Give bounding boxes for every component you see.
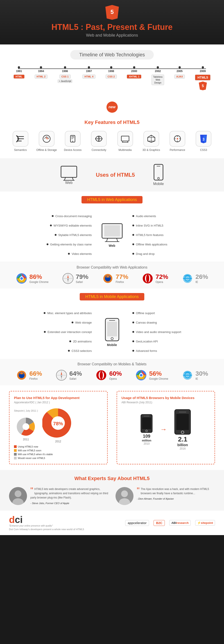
- main-subtitle: Web and Mobile Applications: [0, 33, 224, 38]
- svg-point-90: [15, 490, 21, 497]
- list-item: Cross-document messaging: [9, 214, 92, 218]
- stat-2016-unit: billion: [177, 443, 188, 447]
- browser-list-mobile: 66% Firefox 64% Safari: [9, 370, 215, 381]
- uses-title: Uses of HTML5: [96, 172, 135, 178]
- performance-icon: [170, 131, 185, 147]
- footer-partners: appcelerator B2C ABIresearch ⚡sitepoint: [125, 520, 215, 526]
- feature-css3: 3 CSS3: [192, 131, 215, 152]
- connectivity-icon: [91, 131, 107, 147]
- phone-2010-icon: [140, 414, 153, 434]
- opera-name: Opera: [156, 280, 168, 284]
- firefox-percent: 77%: [116, 273, 128, 280]
- svg-rect-39: [104, 225, 120, 236]
- experts-section: What Experts Say About HTML5 " HTML5 let…: [0, 470, 224, 510]
- chrome-mobile-percent: 56%: [149, 370, 168, 377]
- uses-content: Web Uses of HTML5 Mobile: [9, 164, 215, 186]
- list-item: Audio elements: [132, 214, 215, 218]
- svg-point-78: [23, 423, 29, 430]
- svg-line-30: [72, 178, 73, 180]
- stats-phones: 109 million 2010 → 2.1 billion 2016: [122, 408, 210, 450]
- stat-2010-year: 2010: [144, 442, 150, 445]
- partner-abi-research: ABIresearch: [169, 520, 191, 526]
- svg-rect-60: [107, 322, 117, 336]
- svg-rect-32: [154, 164, 163, 180]
- pie-area: Sitepoint ( July 2011 ) 2011: [14, 407, 103, 443]
- web-label: Web: [65, 181, 73, 185]
- safari-icon: [62, 273, 74, 284]
- legend-dot-3: [14, 453, 17, 456]
- small-pie-chart: [16, 416, 36, 437]
- list-item: Getting elements by class name: [9, 243, 92, 246]
- mobile-apps-left-features: Misc. element types and attributes Web s…: [9, 310, 92, 354]
- svg-line-36: [106, 238, 107, 242]
- safari-mobile-name: Safari: [69, 377, 82, 380]
- browser-mobile-firefox: 66% Firefox: [16, 370, 42, 381]
- web-apps-section: HTML5 in Web Applications Cross-document…: [0, 192, 224, 262]
- device-access-label: Device Access: [64, 148, 81, 152]
- partner-appcelerator: appcelerator: [125, 520, 149, 526]
- css3-label: CSS3: [200, 148, 207, 152]
- plan-chart-title: Plan to Use HTML5 for App Development: [14, 396, 103, 400]
- opera-percent: 72%: [156, 273, 168, 280]
- svg-line-37: [117, 238, 118, 242]
- timeline-dot: [133, 66, 135, 68]
- chrome-mobile-name: Google Chrome: [149, 377, 168, 380]
- plan-chart-source-left: Sitepoint ( July 2011 ): [14, 409, 38, 412]
- multimedia-label: Multimedia: [119, 148, 132, 152]
- svg-text:5: 5: [110, 8, 114, 15]
- timeline-dot: [179, 66, 181, 68]
- key-features-heading: Key Features of HTML5: [9, 120, 215, 125]
- feature-dot: [44, 312, 45, 314]
- ie-mobile-percent: 30%: [195, 370, 208, 377]
- mobile-apps-heading: HTML5 in Mobile Applications: [80, 293, 144, 300]
- list-item: Video elements: [9, 252, 92, 256]
- feature-dot: [50, 224, 52, 226]
- expert-row: " HTML5 lets web developers create advan…: [9, 487, 215, 505]
- feature-dot: [132, 331, 134, 333]
- feature-dot: [132, 312, 134, 314]
- browser-mobile-opera: 60% Opera: [96, 370, 122, 381]
- mobile-apps-right-features: Offline support Canvas drawing Video and…: [132, 310, 215, 354]
- svg-text:78%: 78%: [53, 421, 63, 426]
- html5-small-icon: 5: [198, 81, 207, 90]
- ie-mobile-name: IE: [195, 377, 208, 380]
- new-badge: new: [106, 102, 118, 113]
- feature-dot: [132, 234, 134, 236]
- connectivity-label: Connectivity: [92, 148, 106, 152]
- timeline-item-1997: 1997 HTML 4: [82, 66, 95, 78]
- plan-chart: Plan to Use HTML5 for App Development Ap…: [9, 391, 107, 464]
- list-item: CSS3 selectors: [9, 349, 92, 352]
- feature-semantics: Semantics: [9, 131, 32, 152]
- mobile-center-phone-icon: [104, 317, 120, 342]
- feature-dot: [132, 253, 134, 255]
- 3d-graphics-label: 3D & Graphics: [143, 148, 160, 152]
- svg-point-10: [72, 141, 73, 142]
- feature-dot: [44, 331, 46, 333]
- 3d-graphics-icon: [143, 131, 159, 147]
- timeline-item-1994: 1994 HTML 2: [35, 66, 48, 78]
- footer-logo-text: dci: [9, 515, 84, 524]
- browser-opera: 72% Opera: [142, 273, 168, 284]
- feature-connectivity: Connectivity: [88, 131, 110, 152]
- stat-2010-number: 109: [143, 434, 150, 439]
- feature-dot: [132, 244, 134, 245]
- feature-multimedia: Multimedia: [114, 131, 136, 152]
- phone-stat-2016: 2.1 billion 2016: [174, 408, 192, 450]
- opera-mobile-icon: [96, 370, 107, 381]
- ie-icon: [182, 273, 193, 284]
- expert-name-2: - Dion Almaer, Founder of Ajaxian: [137, 497, 215, 500]
- feature-dot: [69, 340, 71, 342]
- performance-label: Performance: [170, 148, 185, 152]
- experts-heading: What Experts Say About HTML5: [9, 476, 215, 482]
- expert-name-1: - Steve Jobs, Former CEO of Apple: [30, 502, 109, 504]
- big-pie-chart: 78%: [42, 407, 74, 439]
- list-item: Drag and drop: [132, 252, 215, 256]
- feature-device-access: Device Access: [61, 131, 84, 152]
- browser-mobile-chrome: 56% Google Chrome: [136, 370, 168, 381]
- browser-compat-mobile-title: Browser Compatibility on Mobiles & Table…: [9, 362, 215, 366]
- legend-item-3: Will use HTML5 when it's stable: [14, 453, 103, 456]
- chrome-percent: 86%: [30, 273, 49, 280]
- timeline-item-1991: 1991 HTML: [14, 66, 25, 78]
- legend-item-4: Would never use HTML5: [14, 457, 103, 460]
- footer-description: Dot Com Infoway's developers present a w…: [9, 528, 84, 530]
